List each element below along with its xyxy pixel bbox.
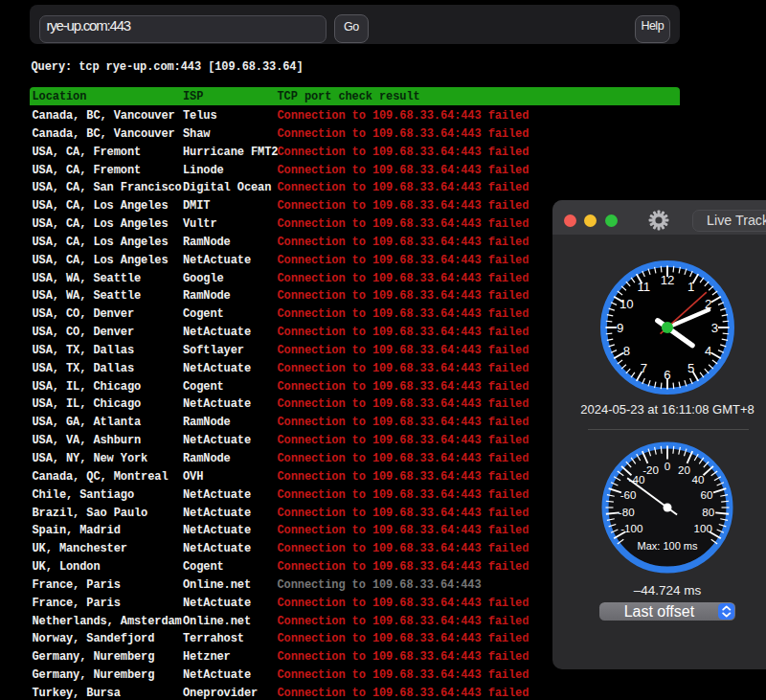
svg-text:6: 6 — [664, 368, 670, 382]
svg-text:10: 10 — [620, 297, 634, 311]
svg-text:1: 1 — [687, 280, 694, 294]
svg-text:Max: 100 ms: Max: 100 ms — [637, 540, 697, 552]
svg-text:-60: -60 — [620, 487, 636, 500]
svg-text:80: 80 — [702, 505, 714, 517]
svg-text:8: 8 — [623, 344, 630, 358]
svg-text:-20: -20 — [642, 463, 659, 475]
svg-text:0: 0 — [664, 460, 669, 472]
svg-text:11: 11 — [637, 280, 650, 294]
svg-text:12: 12 — [661, 273, 675, 287]
svg-text:-100: -100 — [620, 521, 642, 533]
svg-text:5: 5 — [687, 361, 694, 375]
svg-text:4: 4 — [705, 344, 711, 358]
svg-text:9: 9 — [617, 321, 623, 335]
svg-text:7: 7 — [641, 361, 647, 375]
svg-text:20: 20 — [678, 463, 690, 475]
svg-text:100: 100 — [693, 521, 711, 533]
svg-text:-80: -80 — [618, 505, 634, 517]
svg-text:3: 3 — [711, 321, 718, 335]
svg-text:60: 60 — [700, 487, 712, 500]
svg-text:40: 40 — [691, 473, 704, 485]
